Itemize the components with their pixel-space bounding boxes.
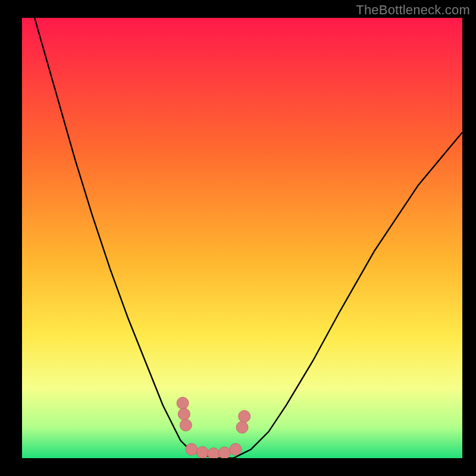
curve-marker <box>196 446 208 458</box>
watermark-text: TheBottleneck.com <box>356 2 470 18</box>
bottleneck-chart <box>0 0 476 476</box>
curve-marker <box>186 443 198 455</box>
curve-marker <box>178 408 190 420</box>
curve-marker <box>236 421 248 433</box>
curve-marker <box>218 447 230 459</box>
curve-marker <box>230 443 242 455</box>
curve-marker <box>180 419 192 431</box>
curve-marker <box>208 448 220 460</box>
curve-marker <box>177 397 189 409</box>
gradient-plot-area <box>22 18 462 458</box>
curve-marker <box>239 411 250 422</box>
